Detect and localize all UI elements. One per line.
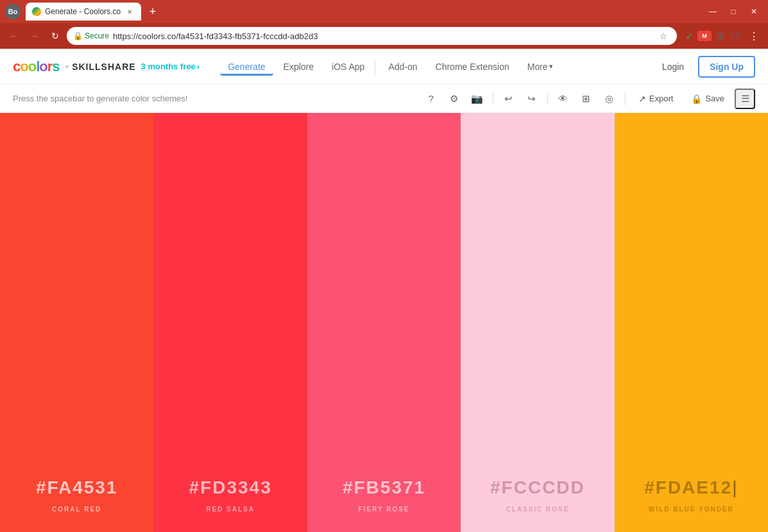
user-avatar: Bo — [5, 4, 21, 19]
extension-gmail-icon[interactable]: M — [697, 31, 712, 41]
toolbar-icons: ? ⚙ 📷 ↩ ↪ 👁 ⊞ ◎ ↗ Export 🔒 Save ☰ — [421, 89, 755, 109]
lock-icon: 🔒 — [73, 31, 83, 40]
color-name-5: WILD BLUE YONDER — [649, 506, 734, 513]
months-free-link[interactable]: 3 months free › — [141, 62, 200, 71]
extension-check-icon[interactable]: ✓ — [682, 29, 696, 43]
grid-button[interactable]: ⊞ — [576, 89, 597, 109]
color-hex-2: #FD3343 — [189, 477, 272, 498]
minimize-button[interactable]: — — [704, 5, 722, 18]
color-hex-5: #FDAE12 — [644, 477, 738, 498]
redo-button[interactable]: ↪ — [522, 89, 542, 109]
browser-titlebar: Bo Generate - Coolors.co ✕ + — □ ✕ — [0, 0, 768, 23]
bookmark-icon[interactable]: ☆ — [656, 29, 670, 43]
browser-menu-button[interactable]: ⋮ — [745, 27, 763, 45]
skillshare-badge[interactable]: + SKILLSHARE — [65, 62, 136, 72]
share-icon: ↗ — [638, 94, 646, 104]
coolors-logo[interactable]: coolors — [13, 58, 60, 75]
skillshare-text: SKILLSHARE — [72, 62, 135, 72]
color-panel-3[interactable]: #FB5371 FIERY ROSE — [307, 113, 461, 532]
close-button[interactable]: ✕ — [745, 5, 763, 18]
nav-generate[interactable]: Generate — [220, 58, 273, 76]
toolbar-divider-2 — [547, 92, 548, 105]
toolbar: Press the spacebar to generate color sch… — [0, 85, 768, 113]
export-button[interactable]: ↗ Export — [631, 90, 681, 108]
nav-ios-app[interactable]: iOS App — [324, 58, 375, 76]
color-name-1: CORAL RED — [52, 506, 101, 513]
signup-button[interactable]: Sign Up — [698, 56, 755, 78]
logo-area: coolors + SKILLSHARE 3 months free › — [13, 58, 200, 75]
color-name-4: CLASSIC ROSE — [506, 506, 569, 513]
nav-more[interactable]: More ▾ — [520, 58, 561, 76]
view-button[interactable]: 👁 — [553, 89, 574, 109]
color-hex-3: #FB5371 — [343, 477, 425, 498]
secure-badge: 🔒 Secure — [73, 31, 109, 40]
color-name-3: FIERY ROSE — [359, 506, 410, 513]
color-hex-4: #FCCCDD — [490, 477, 585, 498]
color-name-2: RED SALSA — [206, 506, 255, 513]
login-button[interactable]: Login — [653, 58, 693, 76]
maximize-button[interactable]: □ — [724, 5, 742, 18]
toolbar-divider — [493, 92, 493, 105]
color-panel-5[interactable]: #FDAE12 WILD BLUE YONDER — [615, 113, 768, 532]
address-input-box[interactable]: 🔒 Secure https://coolors.co/fa4531-fd334… — [67, 27, 677, 45]
tab-title: Generate - Coolors.co — [45, 7, 121, 16]
browser-tab[interactable]: Generate - Coolors.co ✕ — [26, 3, 141, 21]
skillshare-plus: + — [65, 62, 70, 71]
address-bar: ← → ↻ 🔒 Secure https://coolors.co/fa4531… — [0, 23, 768, 49]
address-icons: ☆ — [656, 29, 670, 43]
extension-other-icon[interactable]: ⊞ — [713, 29, 727, 43]
nav-links: Generate Explore iOS App Add-on Chrome E… — [220, 58, 560, 76]
color-panel-2[interactable]: #FD3343 RED SALSA — [153, 113, 307, 532]
camera-button[interactable]: 📷 — [467, 89, 488, 109]
nav-explore[interactable]: Explore — [276, 58, 321, 76]
chevron-down-icon: ▾ — [549, 62, 553, 71]
help-button[interactable]: ? — [421, 89, 441, 109]
color-panel-4[interactable]: #FCCCDD CLASSIC ROSE — [461, 113, 614, 532]
forward-button[interactable]: → — [26, 27, 44, 45]
undo-button[interactable]: ↩ — [499, 89, 519, 109]
secure-label: Secure — [85, 31, 109, 40]
save-button[interactable]: 🔒 Save — [683, 90, 732, 108]
color-hex-1: #FA4531 — [36, 477, 118, 498]
window-controls: — □ ✕ — [704, 5, 763, 18]
nav-chrome-extension[interactable]: Chrome Extension — [428, 58, 517, 76]
new-tab-button[interactable]: + — [144, 3, 162, 21]
menu-button[interactable]: ☰ — [735, 89, 755, 109]
back-button[interactable]: ← — [5, 27, 23, 45]
palette-container: #FA4531 CORAL RED #FD3343 RED SALSA #FB5… — [0, 113, 768, 532]
toolbar-hint: Press the spacebar to generate color sch… — [13, 94, 416, 103]
logo-text: coolors — [13, 58, 60, 75]
refresh-button[interactable]: ↻ — [46, 27, 64, 45]
color-panel-1[interactable]: #FA4531 CORAL RED — [0, 113, 153, 532]
save-icon: 🔒 — [691, 94, 702, 104]
settings-button[interactable]: ⚙ — [444, 89, 465, 109]
app-navbar: coolors + SKILLSHARE 3 months free › Gen… — [0, 49, 768, 85]
tab-favicon — [32, 7, 41, 16]
toolbar-divider-3 — [625, 92, 626, 105]
adjust-button[interactable]: ◎ — [599, 89, 620, 109]
browser-extensions: ✓ M ⊞ 🛡 — [682, 29, 742, 43]
extension-shield-icon[interactable]: 🛡 — [728, 29, 742, 43]
tab-close-button[interactable]: ✕ — [124, 6, 135, 17]
nav-auth: Login Sign Up — [653, 56, 755, 78]
url-text: https://coolors.co/fa4531-fd3343-fb5371-… — [113, 31, 653, 41]
nav-addon[interactable]: Add-on — [380, 58, 425, 76]
